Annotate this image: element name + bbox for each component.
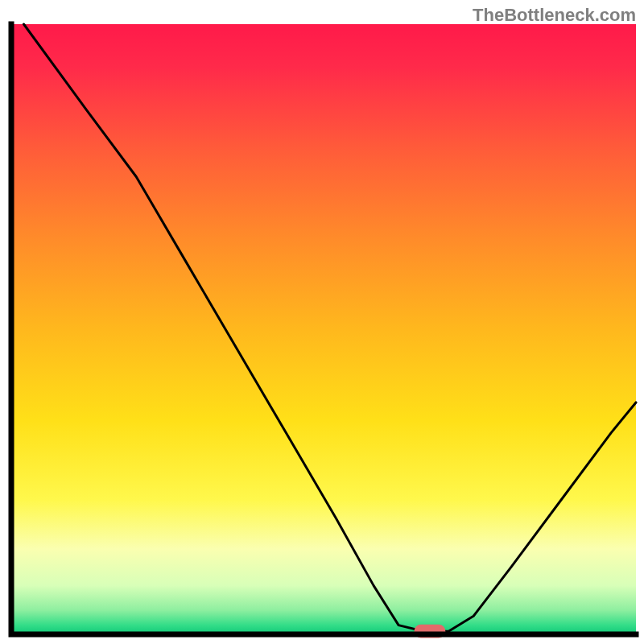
watermark-label: TheBottleneck.com <box>473 5 636 26</box>
plot-area <box>11 24 636 638</box>
bottleneck-chart <box>0 0 644 644</box>
gradient-background <box>11 24 636 634</box>
chart-container: TheBottleneck.com <box>0 0 644 644</box>
